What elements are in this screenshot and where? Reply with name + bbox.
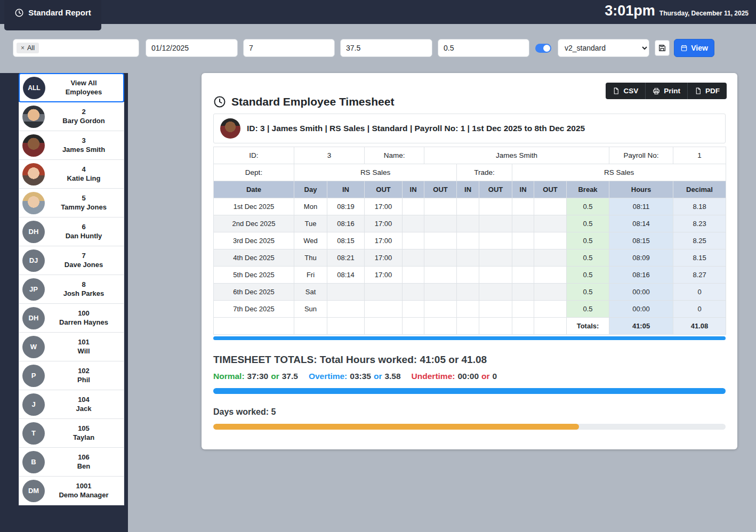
col-header-decimal: Decimal: [673, 181, 726, 198]
template-select[interactable]: v2_standard: [558, 39, 649, 57]
pdf-label: PDF: [705, 87, 720, 95]
cell-in: 08:15: [327, 232, 365, 249]
tab-standard-report[interactable]: Standard Report: [4, 0, 101, 30]
avatar-photo: [22, 163, 45, 186]
cell-date: 7th Dec 2025: [214, 301, 294, 318]
cell-break: 0.5: [567, 249, 609, 267]
cell-in: [327, 284, 365, 301]
cell-in: [512, 301, 534, 318]
cell-in: 08:14: [327, 267, 365, 284]
id-label: ID:: [214, 147, 294, 164]
normal-or: or: [271, 372, 279, 381]
table-row: 3rd Dec 2025 Wed 08:15 17:00 0.5 08:15 8…: [214, 232, 726, 249]
cell-break: 0.5: [567, 198, 609, 215]
sidebar-item-dan-huntly[interactable]: DH 6 Dan Huntly: [19, 217, 124, 246]
start-date-input[interactable]: [146, 39, 238, 57]
sidebar-item-phil[interactable]: P 102 Phil: [19, 361, 124, 390]
sidebar-item-label: 1001 Demo Manager: [48, 482, 119, 500]
sidebar-item-darren-haynes[interactable]: DH 100 Darren Haynes: [19, 303, 124, 333]
id-value: 3: [294, 147, 365, 164]
cell-in: [512, 232, 534, 249]
timesheet-table: ID: 3 Name: James Smith Payroll No: 1 De…: [213, 147, 726, 335]
sidebar-item-katie-ling[interactable]: 4 Katie Ling: [19, 159, 124, 189]
sidebar-item-label: 101 Will: [48, 338, 119, 356]
save-button[interactable]: [655, 40, 670, 56]
empty-cell: [457, 318, 479, 335]
cell-out: [365, 284, 403, 301]
col-header-out: OUT: [534, 181, 567, 198]
save-icon: [658, 44, 666, 52]
file-icon: [613, 87, 620, 94]
remove-tag-icon[interactable]: ×: [21, 44, 25, 52]
cell-day: Sun: [294, 301, 327, 318]
item-line1: 2: [48, 108, 119, 117]
days-worked-label: Days worked:: [213, 407, 269, 416]
avatar-initials: B: [22, 451, 45, 473]
cell-out: [534, 301, 567, 318]
sidebar-item-label: 2 Bary Gordon: [48, 108, 119, 126]
info-row-2: Dept: RS Sales Trade: RS Sales: [214, 164, 726, 181]
item-line1: 3: [48, 136, 119, 146]
print-button[interactable]: Print: [645, 83, 687, 99]
cell-out: [424, 249, 457, 267]
item-line2: Katie Ling: [48, 174, 119, 183]
col-header-in: IN: [457, 181, 479, 198]
table-row: 4th Dec 2025 Thu 08:21 17:00 0.5 08:09 8…: [214, 249, 726, 267]
cell-day: Tue: [294, 215, 327, 232]
weekly-hours-input[interactable]: [340, 39, 432, 57]
num-days-input[interactable]: [243, 39, 335, 57]
sidebar-item-josh-parkes[interactable]: JP 8 Josh Parkes: [19, 275, 124, 304]
table-row: 2nd Dec 2025 Tue 08:16 17:00 0.5 08:14 8…: [214, 215, 726, 232]
table-row: 5th Dec 2025 Fri 08:14 17:00 0.5 08:16 8…: [214, 267, 726, 284]
sidebar-item-taylan[interactable]: T 105 Taylan: [19, 418, 124, 448]
sidebar-item-james-smith[interactable]: 3 James Smith: [19, 131, 124, 160]
cell-day: Wed: [294, 232, 327, 249]
toggle-switch[interactable]: [535, 44, 551, 53]
sidebar-item-demo-manager[interactable]: DM 1001 Demo Manager: [19, 476, 124, 505]
info-row-1: ID: 3 Name: James Smith Payroll No: 1: [214, 147, 726, 164]
cell-date: 5th Dec 2025: [214, 267, 294, 284]
table-horizontal-scrollbar[interactable]: [213, 336, 726, 340]
employee-filter-input[interactable]: × All: [13, 39, 139, 57]
cell-break: 0.5: [567, 215, 609, 232]
totals-hours: 41:05: [609, 318, 673, 335]
sidebar-item-tammy-jones[interactable]: 5 Tammy Jones: [19, 188, 124, 217]
table-row: 7th Dec 2025 Sun 0.5 00:00 0: [214, 301, 726, 318]
undertime-or: or: [481, 372, 490, 381]
cell-in: [512, 249, 534, 267]
view-button[interactable]: View: [674, 39, 714, 57]
break-hours-input[interactable]: [438, 39, 529, 57]
col-header-in: IN: [512, 181, 534, 198]
cell-in: [457, 232, 479, 249]
cell-in: 08:21: [327, 249, 365, 267]
cell-in: [403, 198, 424, 215]
sidebar-item-view-all[interactable]: ALL View All Employees: [19, 73, 124, 102]
current-time: 3:01pm: [605, 3, 655, 19]
cell-in: [403, 301, 424, 318]
clock-icon: [14, 8, 24, 18]
sidebar-item-ben[interactable]: B 106 Ben: [19, 447, 124, 477]
pdf-button[interactable]: PDF: [687, 83, 727, 99]
cell-day: Thu: [294, 249, 327, 267]
export-button-group: CSV Print PDF: [606, 83, 727, 99]
sidebar-item-will[interactable]: W 101 Will: [19, 332, 124, 361]
empty-cell: [534, 318, 567, 335]
item-line2: Demo Manager: [48, 491, 119, 500]
item-line2: Josh Parkes: [48, 289, 119, 299]
csv-button[interactable]: CSV: [606, 83, 645, 99]
sidebar-item-bary-gordon[interactable]: 2 Bary Gordon: [19, 102, 124, 131]
cell-out: [534, 249, 567, 267]
cell-in: [403, 267, 424, 284]
sidebar-item-jack[interactable]: J 104 Jack: [19, 390, 124, 419]
sidebar-item-dave-jones[interactable]: DJ 7 Dave Jones: [19, 246, 124, 275]
item-line2: Phil: [48, 376, 119, 385]
avatar-initials: J: [22, 393, 45, 416]
avatar-initials: P: [22, 365, 45, 387]
cell-in: [457, 215, 479, 232]
cell-out: [534, 232, 567, 249]
cell-out: [424, 267, 457, 284]
item-line2: Bary Gordon: [48, 117, 119, 126]
normal-time: 37:30: [247, 372, 269, 381]
item-line1: 7: [48, 252, 119, 261]
totals-row: Totals: 41:05 41.08: [214, 318, 726, 335]
